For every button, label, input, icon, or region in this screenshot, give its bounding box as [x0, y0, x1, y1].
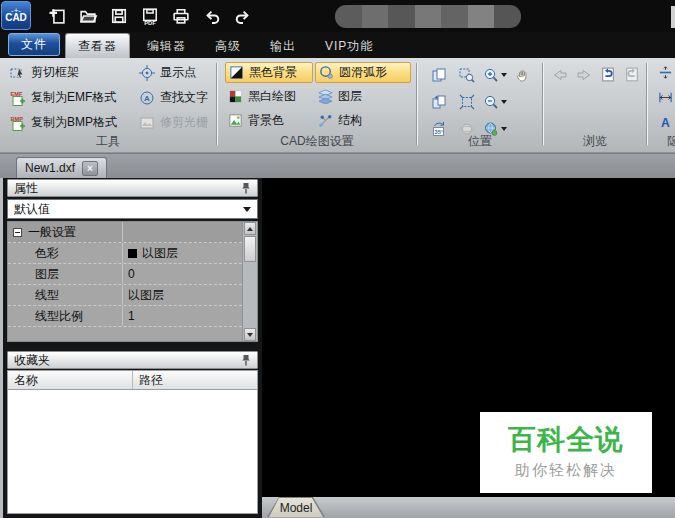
zoom-window-button[interactable] — [453, 62, 481, 88]
scrollbar-up-button[interactable] — [244, 222, 256, 235]
copy-view-button[interactable] — [425, 62, 453, 88]
copy-emf-label: 复制为EMF格式 — [31, 89, 116, 106]
property-value-layer[interactable]: 0 — [122, 264, 242, 284]
ribbon: 剪切框架 显示点 EMF 复制为EMF格式 A 查找文字 BMP 复制为BMP格… — [0, 58, 675, 153]
zoom-extents-button[interactable] — [453, 89, 481, 115]
tab-viewer[interactable]: 查看器 — [65, 33, 130, 58]
favorites-list — [7, 390, 258, 514]
column-header-name[interactable]: 名称 — [8, 372, 132, 389]
ribbon-group-browse: 浏览 — [544, 58, 646, 152]
bw-drawing-button[interactable]: 黑白绘图 — [225, 86, 313, 107]
scrollbar-thumb[interactable] — [244, 236, 256, 262]
property-group-row[interactable]: 一般设置 — [8, 222, 242, 243]
undo-button[interactable] — [198, 3, 225, 29]
drawing-canvas[interactable]: 百科全说 助你轻松解决 — [262, 178, 675, 497]
trim-raster-button[interactable]: 修剪光栅 — [136, 112, 211, 133]
scrollbar-down-button[interactable] — [244, 328, 256, 341]
tab-vip[interactable]: VIP功能 — [313, 34, 385, 58]
zoom-extents-icon — [459, 94, 475, 110]
column-header-path[interactable]: 路径 — [132, 371, 257, 389]
black-background-toggle[interactable]: 黑色背景 — [225, 62, 313, 83]
chevron-down-icon — [501, 73, 507, 77]
property-value-color[interactable]: 以图层 — [122, 243, 242, 263]
zoom-in-button[interactable] — [481, 62, 509, 88]
structure-icon — [318, 113, 333, 128]
pan-button[interactable] — [509, 62, 537, 88]
property-row-linetype-scale: 线型比例 1 — [8, 306, 242, 327]
property-label: 色彩 — [35, 245, 59, 262]
structure-button[interactable]: 结构 — [315, 110, 411, 131]
app-logo-button[interactable]: -+- CAD — [1, 1, 31, 30]
app-logo-label: CAD — [5, 13, 27, 23]
model-tab-label: Model — [268, 498, 324, 517]
smooth-arc-toggle[interactable]: 圆滑弧形 — [315, 62, 411, 83]
property-value-linetype-scale[interactable]: 1 — [122, 306, 242, 326]
copy-bmp-button[interactable]: BMP 复制为BMP格式 — [7, 112, 120, 133]
tab-advanced[interactable]: 高级 — [203, 34, 253, 58]
preset-select[interactable]: 默认值 — [7, 199, 258, 219]
property-value-text: 以图层 — [128, 287, 164, 304]
favorites-panel-title: 收藏夹 — [14, 352, 50, 369]
group-label-position: 位置 — [418, 133, 542, 150]
layers-button[interactable]: 图层 — [315, 86, 411, 107]
tab-output[interactable]: 输出 — [258, 34, 308, 58]
scrollbar-vertical[interactable] — [242, 222, 257, 341]
bw-drawing-label: 黑白绘图 — [248, 88, 296, 105]
color-swatch — [128, 249, 137, 258]
property-value-text: 0 — [128, 267, 135, 281]
redo-button[interactable] — [229, 3, 256, 29]
collapse-minus-icon[interactable] — [13, 228, 22, 237]
open-file-button[interactable] — [74, 3, 101, 29]
redo-icon — [233, 6, 253, 26]
back-button[interactable] — [551, 67, 569, 83]
find-text-icon: A — [139, 90, 155, 106]
undo-icon — [202, 6, 222, 26]
zoom-out-button[interactable] — [481, 89, 509, 115]
ribbon-group-tools: 剪切框架 显示点 EMF 复制为EMF格式 A 查找文字 BMP 复制为BMP格… — [0, 58, 216, 152]
background-color-button[interactable]: 背景色 — [225, 110, 313, 131]
chevron-down-icon — [243, 207, 251, 212]
tab-editor[interactable]: 编辑器 — [135, 34, 198, 58]
new-file-button[interactable] — [43, 3, 70, 29]
find-text-label: 查找文字 — [160, 89, 208, 106]
svg-text:A: A — [661, 116, 670, 130]
next-view-button[interactable] — [623, 66, 641, 83]
triangle-up-icon — [247, 227, 253, 231]
previous-view-button[interactable] — [599, 66, 617, 83]
line-width-button[interactable]: 线 — [655, 62, 675, 83]
property-value-text: 以图层 — [142, 245, 178, 262]
measure-button[interactable]: 测 — [655, 87, 675, 108]
text-tool-button[interactable]: A 文 — [655, 112, 675, 133]
copy-emf-button[interactable]: EMF 复制为EMF格式 — [7, 87, 120, 108]
structure-label: 结构 — [338, 112, 362, 129]
print-button[interactable] — [167, 3, 194, 29]
smooth-arc-label: 圆滑弧形 — [339, 64, 387, 81]
save-pdf-icon: PDF — [140, 6, 160, 26]
save-button[interactable] — [105, 3, 132, 29]
layout-tab-strip: Model — [262, 497, 675, 518]
find-text-button[interactable]: A 查找文字 — [136, 87, 211, 108]
svg-text:EMF: EMF — [11, 90, 23, 96]
watermark: 百科全说 助你轻松解决 — [480, 412, 652, 493]
pin-icon[interactable] — [241, 354, 251, 366]
document-tab[interactable]: New1.dxf × — [16, 157, 107, 178]
swap-view-button[interactable] — [425, 89, 453, 115]
show-point-button[interactable]: 显示点 — [136, 62, 211, 83]
document-tab-label: New1.dxf — [25, 161, 75, 175]
model-tab[interactable]: Model — [267, 497, 325, 517]
save-pdf-button[interactable]: PDF — [136, 3, 163, 29]
property-value-linetype[interactable]: 以图层 — [122, 285, 242, 305]
measure-icon — [658, 90, 673, 105]
background-color-label: 背景色 — [248, 112, 284, 129]
pin-icon[interactable] — [241, 182, 251, 194]
show-point-label: 显示点 — [160, 64, 196, 81]
property-value-text: 1 — [128, 309, 135, 323]
black-background-label: 黑色背景 — [249, 64, 297, 81]
trim-raster-icon — [139, 115, 155, 131]
tab-file[interactable]: 文件 — [8, 33, 60, 56]
forward-button[interactable] — [575, 67, 593, 83]
close-icon[interactable]: × — [82, 161, 98, 176]
cut-frame-icon — [10, 65, 26, 81]
cut-frame-button[interactable]: 剪切框架 — [7, 62, 120, 83]
ribbon-group-position: 35° 位置 — [418, 58, 542, 152]
